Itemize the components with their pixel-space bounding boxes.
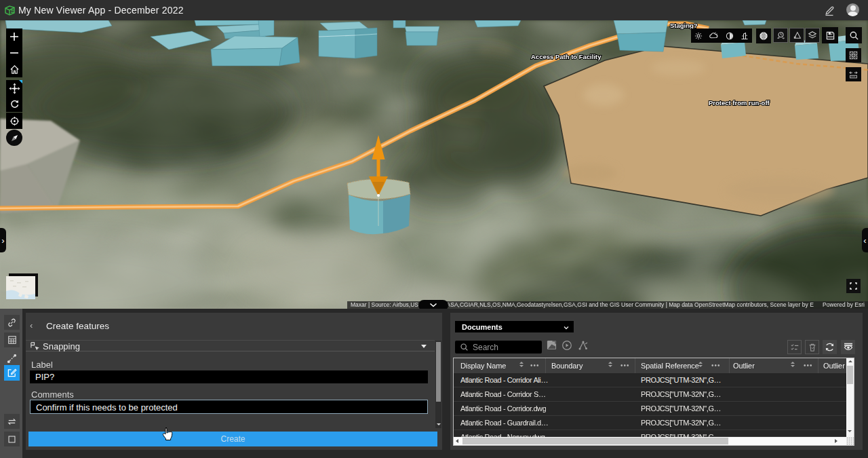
svg-text:Access Path to Facility: Access Path to Facility: [531, 53, 601, 60]
svg-text:Protect from run-off: Protect from run-off: [709, 99, 770, 107]
